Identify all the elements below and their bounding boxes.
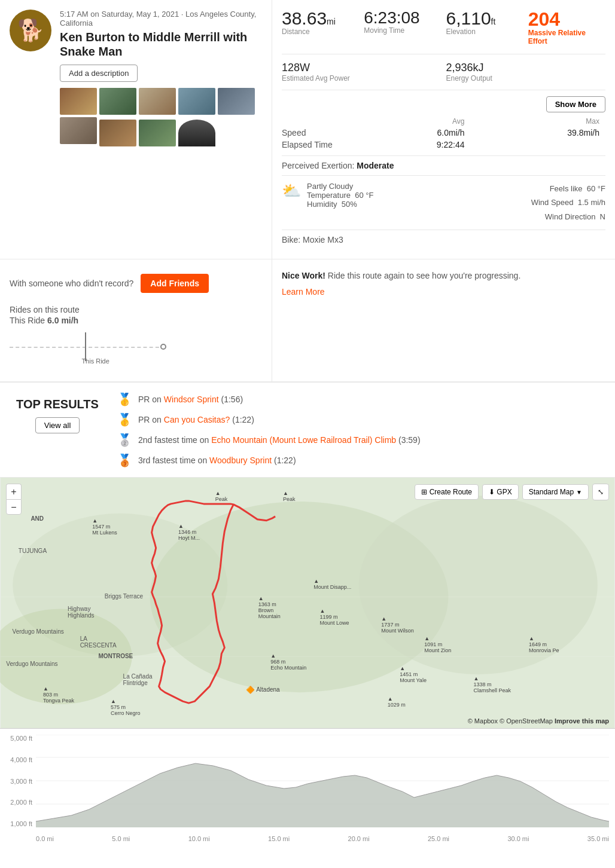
- route-comparison: Rides on this route This Ride 6.0 mi/h T…: [10, 298, 262, 372]
- map-zoom-controls: + −: [6, 484, 22, 515]
- medal-silver: 🥈: [117, 433, 132, 447]
- wind-speed: Wind Speed 1.5 mi/h: [531, 195, 605, 209]
- this-ride-label: This Ride: [81, 357, 109, 365]
- speed-max: 39.8mi/h: [477, 128, 606, 137]
- weather-temp: Temperature 60 °F: [307, 191, 373, 200]
- windsor-sprint-link[interactable]: Windsor Sprint: [164, 395, 219, 404]
- learn-more-link[interactable]: Learn More: [282, 287, 325, 297]
- svg-point-3: [359, 496, 598, 674]
- speed-avg: 6.0mi/h: [348, 128, 477, 137]
- place-briggs: Briggs Terrace: [105, 593, 143, 600]
- peak-peak-1: ▲Peak: [215, 490, 228, 502]
- energy-output-stat: 2,936kJ Energy Output: [446, 62, 606, 82]
- place-tujunga: TUJUNGA: [19, 548, 47, 554]
- echo-mountain-link[interactable]: Echo Mountain (Mount Lowe Railroad Trail…: [211, 435, 396, 445]
- place-verdugo-2: Verdugo Mountains: [6, 661, 57, 667]
- show-more-button[interactable]: Show More: [546, 96, 605, 112]
- peak-mount-yale: ▲1451 mMount Yale: [400, 665, 427, 683]
- altadena-label: 🔶Altadena: [246, 686, 279, 694]
- peak-hoyt: ▲1346 mHoyt M...: [178, 523, 200, 541]
- result-item-3: 🥈 2nd fastest time on Echo Mountain (Mou…: [117, 433, 605, 447]
- gpx-button[interactable]: ⬇ GPX: [482, 484, 519, 500]
- peak-mount-wilson: ▲1737 mMount Wilson: [381, 616, 414, 634]
- medal-gold-2: 🥇: [117, 412, 132, 427]
- map-toolbar: ⊞ Create Route ⬇ GPX Standard Map ⤡: [415, 484, 609, 500]
- peak-brown-mountain: ▲1363 mBrownMountain: [258, 595, 281, 619]
- map-section: + − AND TUJUNGA HighwayHighlands Verdugo…: [0, 478, 615, 729]
- photo-thumb-4[interactable]: [178, 88, 215, 115]
- speed-label: Speed: [282, 128, 348, 137]
- x-label-0: 0.0 mi: [36, 835, 54, 842]
- progress-section: Nice Work! Ride this route again to see …: [272, 259, 615, 381]
- elevation-chart-section: 5,000 ft 4,000 ft 3,000 ft 2,000 ft 1,00…: [0, 729, 615, 848]
- zoom-out-button[interactable]: −: [6, 499, 22, 515]
- create-route-button[interactable]: ⊞ Create Route: [415, 484, 479, 500]
- weather-icon: ⛅: [282, 182, 301, 200]
- y-label-3000: 3,000 ft: [10, 778, 32, 785]
- x-label-15: 15.0 mi: [268, 835, 290, 842]
- elapsed-time-avg: 9:22:44: [348, 140, 477, 149]
- photo-thumb-5[interactable]: [218, 88, 255, 115]
- elevation-stat: 6,110ft Elevation: [446, 10, 523, 45]
- peak-echo-mountain: ▲968 mEcho Mountain: [270, 653, 306, 671]
- y-label-5000: 5,000 ft: [10, 735, 32, 742]
- place-and: AND: [31, 515, 44, 522]
- relative-effort-stat: 204 Massive Relative Effort: [528, 10, 605, 45]
- photo-thumb-3[interactable]: [139, 88, 176, 115]
- avg-header: Avg: [348, 117, 477, 126]
- bike-info: Bike: Moxie Mx3: [282, 230, 605, 249]
- photo-thumb-2[interactable]: [99, 88, 136, 115]
- photo-thumb-6[interactable]: [60, 117, 97, 144]
- distance-stat: 38.63mi Distance: [282, 10, 359, 45]
- avatar: 🐕: [10, 10, 51, 51]
- top-results-list: 🥇 PR on Windsor Sprint (1:56) 🥇 PR on Ca…: [117, 392, 605, 467]
- photo-thumb-9[interactable]: [178, 120, 215, 146]
- weather-condition: Partly Cloudy: [307, 182, 373, 191]
- place-montrose: MONTROSE: [98, 653, 133, 659]
- perceived-exertion: Perceived Exertion: Moderate: [282, 156, 605, 176]
- peak-cerro: ▲575 mCerro Negro: [111, 698, 141, 716]
- zoom-in-button[interactable]: +: [6, 484, 22, 499]
- x-label-25: 25.0 mi: [428, 835, 449, 842]
- x-label-20: 20.0 mi: [348, 835, 370, 842]
- max-header: Max: [477, 117, 606, 126]
- standard-map-button[interactable]: Standard Map: [522, 484, 589, 500]
- elevation-x-axis: 0.0 mi 5.0 mi 10.0 mi 15.0 mi 20.0 mi 25…: [36, 835, 609, 842]
- peak-1029: ▲1029 m: [388, 696, 406, 708]
- add-friends-button[interactable]: Add Friends: [141, 274, 209, 293]
- top-results-section: TOP RESULTS View all 🥇 PR on Windsor Spr…: [0, 382, 615, 478]
- add-friends-section: With someone who didn't record? Add Frie…: [10, 269, 262, 298]
- result-item-4: 🥉 3rd fastest time on Woodbury Sprint (1…: [117, 453, 605, 467]
- result-item-1: 🥇 PR on Windsor Sprint (1:56): [117, 392, 605, 407]
- x-label-30: 30.0 mi: [507, 835, 529, 842]
- casitas-link[interactable]: Can you Casitas?: [164, 415, 230, 424]
- photo-thumb-7[interactable]: [99, 120, 136, 146]
- medal-gold-1: 🥇: [117, 392, 132, 407]
- x-label-35: 35.0 mi: [587, 835, 609, 842]
- peak-clamshell: ▲1338 mClamshell Peak: [474, 676, 512, 693]
- fullscreen-button[interactable]: ⤡: [592, 484, 609, 500]
- peak-mount-lowe: ▲1199 mMount Lowe: [320, 608, 349, 626]
- result-item-2: 🥇 PR on Can you Casitas? (1:22): [117, 412, 605, 427]
- peak-peak-2: ▲Peak: [283, 490, 296, 502]
- woodbury-sprint-link[interactable]: Woodbury Sprint: [209, 456, 272, 465]
- add-description-button[interactable]: Add a description: [60, 65, 138, 82]
- y-label-2000: 2,000 ft: [10, 799, 32, 806]
- x-label-5: 5.0 mi: [112, 835, 130, 842]
- wind-dir: Wind Direction N: [531, 210, 605, 224]
- view-all-button[interactable]: View all: [35, 417, 80, 433]
- elevation-svg: [36, 735, 609, 827]
- peak-monrovia: ▲1649 mMonrovia Pe: [529, 635, 559, 653]
- peak-mount-disapp: ▲Mount Disapp...: [313, 578, 351, 590]
- peak-mt-lukens: ▲1547 mMt Lukens: [92, 518, 117, 536]
- photo-thumb-1[interactable]: [60, 88, 97, 115]
- activity-date: 5:17 AM on Saturday, May 1, 2021 · Los A…: [60, 10, 262, 27]
- weather-section: ⛅ Partly Cloudy Temperature 60 °F Humidi…: [282, 176, 605, 230]
- elapsed-time-label: Elapsed Time: [282, 140, 348, 149]
- photo-thumb-8[interactable]: [139, 120, 176, 146]
- y-label-1000: 1,000 ft: [10, 820, 32, 827]
- map-attribution: © Mapbox © OpenStreetMap Improve this ma…: [468, 717, 609, 725]
- peak-tongva: ▲803 mTongva Peak: [43, 686, 74, 704]
- place-verdugo-1: Verdugo Mountains: [13, 628, 64, 635]
- activity-title: Ken Burton to Middle Merrill with Snake …: [60, 30, 262, 59]
